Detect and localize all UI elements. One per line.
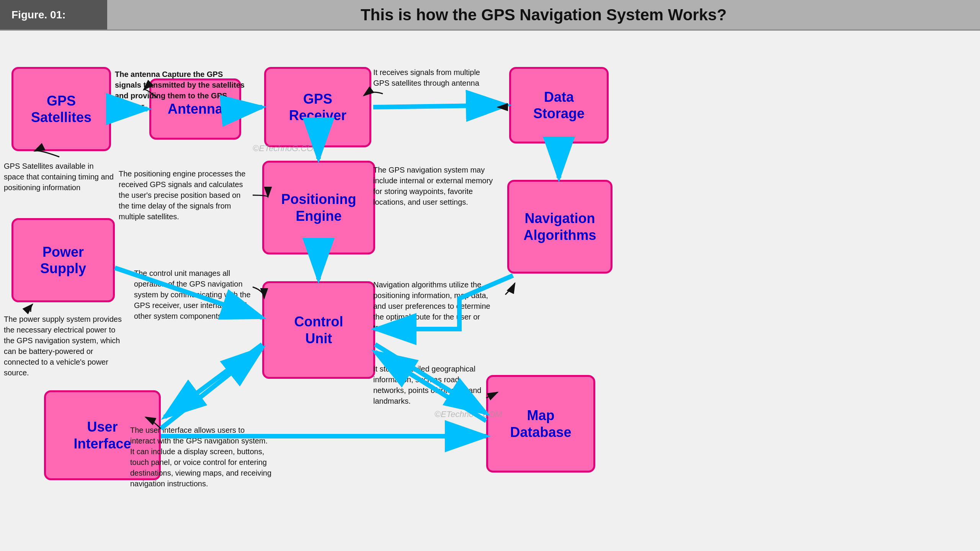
data-storage-annotation: The GPS navigation system may include in…	[373, 165, 496, 207]
gps-satellites-box: GPSSatellites	[11, 67, 111, 151]
positioning-engine-annotation: The positioning engine processes the rec…	[119, 168, 249, 222]
header-title: This is how the GPS Navigation System Wo…	[107, 6, 980, 24]
header: Figure. 01: This is how the GPS Navigati…	[0, 0, 980, 31]
svg-line-4	[373, 105, 507, 107]
data-storage-label: DataStorage	[533, 89, 585, 122]
navigation-algorithms-label: NavigationAlgorithms	[523, 210, 596, 243]
data-storage-box: DataStorage	[509, 67, 609, 143]
control-unit-annotation: The control unit manages all operation o…	[134, 268, 253, 321]
control-unit-label: ControlUnit	[294, 313, 343, 346]
figure-label: Figure. 01:	[0, 0, 107, 29]
user-interface-label: UserInterface	[74, 419, 131, 452]
map-database-label: MapDatabase	[510, 407, 571, 440]
power-supply-annotation: The power supply system provides the nec…	[4, 314, 122, 378]
gps-receiver-label: GPSReceiver	[289, 91, 346, 124]
map-db-annotation: It stores detailed geographical informat…	[373, 364, 492, 406]
user-interface-annotation: The user interface allows users to inter…	[130, 425, 272, 489]
control-unit-box: ControlUnit	[262, 281, 375, 379]
nav-algo-annotation: Navigation algorithms utilize the positi…	[373, 279, 500, 333]
power-supply-label: PowerSupply	[40, 244, 86, 277]
gps-satellites-label: GPSSatellites	[31, 93, 91, 126]
svg-line-7	[165, 344, 262, 417]
antenna-annotation: The antenna Capture the GPS signals tran…	[115, 69, 245, 112]
power-supply-box: PowerSupply	[11, 218, 115, 302]
map-database-box: MapDatabase	[486, 375, 595, 473]
navigation-algorithms-box: NavigationAlgorithms	[507, 180, 612, 274]
watermark-2: ©ETechnoG.COM	[434, 409, 502, 419]
gps-receiver-annotation: It receives signals from multiple GPS sa…	[373, 67, 488, 88]
svg-line-8	[161, 348, 262, 429]
gps-satellites-annotation: GPS Satellites available in space that c…	[4, 161, 115, 193]
gps-receiver-box: GPSReceiver	[264, 67, 371, 147]
watermark-1: ©ETechnoG.COM	[253, 143, 320, 153]
diagram: GPSSatellites Antenna GPSReceiver DataSt…	[0, 31, 980, 551]
positioning-engine-label: PositioningEngine	[281, 191, 356, 224]
positioning-engine-box: PositioningEngine	[262, 161, 375, 254]
